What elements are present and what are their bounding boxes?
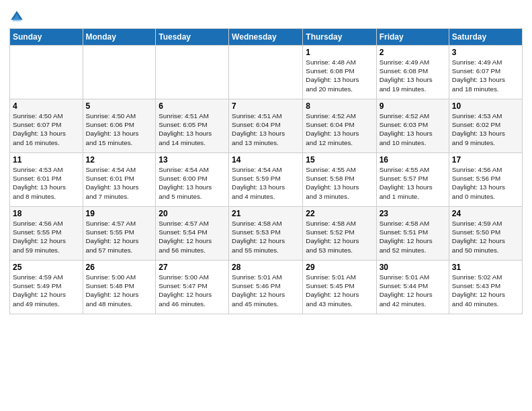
day-info: Sunrise: 4:49 AM Sunset: 6:07 PM Dayligh… — [452, 58, 519, 93]
day-number: 1 — [306, 48, 373, 57]
day-number: 11 — [13, 155, 80, 165]
weekday-header-wednesday: Wednesday — [229, 29, 303, 46]
day-cell: 6Sunrise: 4:51 AM Sunset: 6:05 PM Daylig… — [156, 99, 229, 153]
day-info: Sunrise: 4:55 AM Sunset: 5:57 PM Dayligh… — [380, 165, 446, 201]
day-cell: 29Sunrise: 5:01 AM Sunset: 5:45 PM Dayli… — [303, 261, 376, 314]
day-info: Sunrise: 4:53 AM Sunset: 6:01 PM Dayligh… — [13, 165, 80, 201]
day-number: 7 — [232, 101, 300, 111]
day-number: 18 — [13, 209, 80, 218]
week-row-1: 4Sunrise: 4:50 AM Sunset: 6:07 PM Daylig… — [10, 99, 523, 153]
weekday-header-tuesday: Tuesday — [156, 29, 229, 46]
day-number: 23 — [380, 209, 446, 218]
day-cell: 16Sunrise: 4:55 AM Sunset: 5:57 PM Dayli… — [376, 153, 449, 207]
day-number: 26 — [86, 263, 153, 272]
weekday-header-friday: Friday — [376, 29, 449, 46]
day-number: 28 — [232, 263, 300, 272]
day-number: 19 — [86, 209, 153, 218]
header-area — [9, 7, 523, 24]
day-cell: 23Sunrise: 4:58 AM Sunset: 5:51 PM Dayli… — [376, 207, 449, 261]
day-cell: 24Sunrise: 4:59 AM Sunset: 5:50 PM Dayli… — [449, 207, 522, 261]
day-info: Sunrise: 4:59 AM Sunset: 5:50 PM Dayligh… — [452, 219, 519, 255]
day-number: 17 — [452, 155, 519, 165]
day-cell — [10, 46, 83, 99]
day-number: 14 — [232, 155, 300, 165]
day-info: Sunrise: 5:00 AM Sunset: 5:47 PM Dayligh… — [159, 273, 226, 308]
main-container: SundayMondayTuesdayWednesdayThursdayFrid… — [0, 0, 532, 321]
day-info: Sunrise: 4:56 AM Sunset: 5:56 PM Dayligh… — [452, 165, 519, 201]
day-cell: 26Sunrise: 5:00 AM Sunset: 5:48 PM Dayli… — [83, 261, 156, 314]
day-info: Sunrise: 4:48 AM Sunset: 6:08 PM Dayligh… — [306, 58, 373, 93]
day-number: 9 — [380, 101, 446, 111]
weekday-header-row: SundayMondayTuesdayWednesdayThursdayFrid… — [10, 29, 523, 46]
day-number: 2 — [380, 48, 446, 57]
day-cell: 22Sunrise: 4:58 AM Sunset: 5:52 PM Dayli… — [303, 207, 376, 261]
day-cell: 21Sunrise: 4:58 AM Sunset: 5:53 PM Dayli… — [229, 207, 303, 261]
day-number: 31 — [452, 263, 519, 272]
day-number: 6 — [159, 101, 226, 111]
day-cell: 3Sunrise: 4:49 AM Sunset: 6:07 PM Daylig… — [449, 46, 522, 99]
day-number: 29 — [306, 263, 373, 272]
day-cell — [83, 46, 156, 99]
day-info: Sunrise: 4:54 AM Sunset: 5:59 PM Dayligh… — [232, 165, 300, 201]
day-info: Sunrise: 4:50 AM Sunset: 6:07 PM Dayligh… — [13, 111, 80, 147]
day-number: 4 — [13, 101, 80, 111]
weekday-header-monday: Monday — [83, 29, 156, 46]
day-info: Sunrise: 5:01 AM Sunset: 5:46 PM Dayligh… — [232, 273, 300, 308]
weekday-header-thursday: Thursday — [303, 29, 376, 46]
day-cell: 19Sunrise: 4:57 AM Sunset: 5:55 PM Dayli… — [83, 207, 156, 261]
day-info: Sunrise: 5:00 AM Sunset: 5:48 PM Dayligh… — [86, 273, 153, 308]
day-info: Sunrise: 4:58 AM Sunset: 5:52 PM Dayligh… — [306, 219, 373, 255]
day-number: 10 — [452, 101, 519, 111]
day-cell: 28Sunrise: 5:01 AM Sunset: 5:46 PM Dayli… — [229, 261, 303, 314]
day-number: 20 — [159, 209, 226, 218]
day-cell: 17Sunrise: 4:56 AM Sunset: 5:56 PM Dayli… — [449, 153, 522, 207]
week-row-3: 18Sunrise: 4:56 AM Sunset: 5:55 PM Dayli… — [10, 207, 523, 261]
day-cell — [156, 46, 229, 99]
day-cell: 12Sunrise: 4:54 AM Sunset: 6:01 PM Dayli… — [83, 153, 156, 207]
day-info: Sunrise: 4:52 AM Sunset: 6:03 PM Dayligh… — [380, 111, 446, 147]
day-cell — [229, 46, 303, 99]
day-cell: 27Sunrise: 5:00 AM Sunset: 5:47 PM Dayli… — [156, 261, 229, 314]
day-info: Sunrise: 4:57 AM Sunset: 5:55 PM Dayligh… — [86, 219, 153, 255]
day-number: 24 — [452, 209, 519, 218]
day-info: Sunrise: 4:50 AM Sunset: 6:06 PM Dayligh… — [86, 111, 153, 147]
logo-icon — [9, 9, 24, 24]
day-cell: 13Sunrise: 4:54 AM Sunset: 6:00 PM Dayli… — [156, 153, 229, 207]
day-cell: 10Sunrise: 4:53 AM Sunset: 6:02 PM Dayli… — [449, 99, 522, 153]
day-info: Sunrise: 4:57 AM Sunset: 5:54 PM Dayligh… — [159, 219, 226, 255]
day-info: Sunrise: 4:58 AM Sunset: 5:53 PM Dayligh… — [232, 219, 300, 255]
week-row-2: 11Sunrise: 4:53 AM Sunset: 6:01 PM Dayli… — [10, 153, 523, 207]
day-info: Sunrise: 4:53 AM Sunset: 6:02 PM Dayligh… — [452, 111, 519, 147]
weekday-header-saturday: Saturday — [449, 29, 522, 46]
day-info: Sunrise: 5:01 AM Sunset: 5:45 PM Dayligh… — [306, 273, 373, 308]
day-number: 8 — [306, 101, 373, 111]
day-cell: 4Sunrise: 4:50 AM Sunset: 6:07 PM Daylig… — [10, 99, 83, 153]
day-info: Sunrise: 4:56 AM Sunset: 5:55 PM Dayligh… — [13, 219, 80, 255]
day-number: 5 — [86, 101, 153, 111]
day-cell: 2Sunrise: 4:49 AM Sunset: 6:08 PM Daylig… — [376, 46, 449, 99]
day-info: Sunrise: 4:58 AM Sunset: 5:51 PM Dayligh… — [380, 219, 446, 255]
day-info: Sunrise: 4:55 AM Sunset: 5:58 PM Dayligh… — [306, 165, 373, 201]
day-cell: 8Sunrise: 4:52 AM Sunset: 6:04 PM Daylig… — [303, 99, 376, 153]
day-info: Sunrise: 4:49 AM Sunset: 6:08 PM Dayligh… — [380, 58, 446, 93]
day-number: 13 — [159, 155, 226, 165]
day-number: 12 — [86, 155, 153, 165]
week-row-4: 25Sunrise: 4:59 AM Sunset: 5:49 PM Dayli… — [10, 261, 523, 314]
day-number: 15 — [306, 155, 373, 165]
day-info: Sunrise: 4:54 AM Sunset: 6:01 PM Dayligh… — [86, 165, 153, 201]
day-number: 16 — [380, 155, 446, 165]
day-cell: 15Sunrise: 4:55 AM Sunset: 5:58 PM Dayli… — [303, 153, 376, 207]
day-info: Sunrise: 4:51 AM Sunset: 6:05 PM Dayligh… — [159, 111, 226, 147]
day-info: Sunrise: 4:54 AM Sunset: 6:00 PM Dayligh… — [159, 165, 226, 201]
day-cell: 11Sunrise: 4:53 AM Sunset: 6:01 PM Dayli… — [10, 153, 83, 207]
day-info: Sunrise: 4:52 AM Sunset: 6:04 PM Dayligh… — [306, 111, 373, 147]
day-cell: 30Sunrise: 5:01 AM Sunset: 5:44 PM Dayli… — [376, 261, 449, 314]
day-cell: 25Sunrise: 4:59 AM Sunset: 5:49 PM Dayli… — [10, 261, 83, 314]
logo — [9, 9, 27, 24]
day-cell: 20Sunrise: 4:57 AM Sunset: 5:54 PM Dayli… — [156, 207, 229, 261]
day-number: 21 — [232, 209, 300, 218]
calendar-table: SundayMondayTuesdayWednesdayThursdayFrid… — [9, 28, 523, 314]
day-cell: 7Sunrise: 4:51 AM Sunset: 6:04 PM Daylig… — [229, 99, 303, 153]
day-number: 25 — [13, 263, 80, 272]
day-cell: 5Sunrise: 4:50 AM Sunset: 6:06 PM Daylig… — [83, 99, 156, 153]
